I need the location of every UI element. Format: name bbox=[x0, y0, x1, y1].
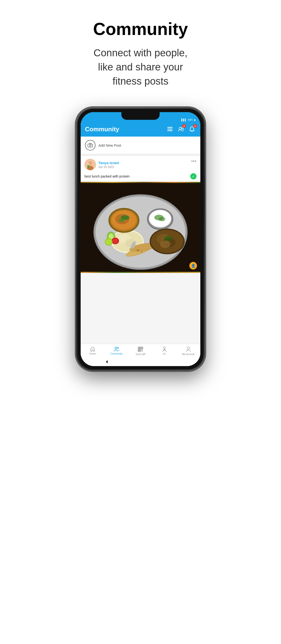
post-user-meta: Tanya Israni Apr 20 2022 bbox=[98, 161, 119, 169]
nav-label-home: Home bbox=[89, 352, 96, 355]
svg-point-70 bbox=[187, 347, 190, 349]
svg-rect-2 bbox=[167, 130, 173, 131]
account-icon bbox=[186, 346, 191, 352]
svg-point-30 bbox=[159, 217, 165, 222]
nav-label-community: Community bbox=[111, 352, 123, 355]
sys-recent-button[interactable] bbox=[171, 359, 177, 364]
svg-marker-71 bbox=[106, 360, 108, 364]
verified-badge: ✓ bbox=[190, 173, 197, 180]
app-content: Community bbox=[81, 123, 200, 366]
friends-badge: 4 bbox=[182, 124, 186, 128]
svg-point-55 bbox=[115, 347, 117, 349]
signal-icon: ▌▌▌ bbox=[181, 118, 186, 121]
bottom-nav: Home Community bbox=[81, 344, 200, 358]
svg-rect-66 bbox=[142, 351, 143, 352]
svg-rect-5 bbox=[88, 144, 93, 147]
sys-back-button[interactable] bbox=[104, 359, 110, 364]
post-caption: best lunch packed with protein bbox=[84, 174, 129, 178]
svg-rect-63 bbox=[141, 350, 141, 350]
nav-item-community[interactable]: Community bbox=[105, 346, 129, 356]
svg-rect-60 bbox=[141, 348, 142, 348]
friends-icon-button[interactable]: 4 bbox=[177, 125, 185, 133]
post-username: Tanya Israni bbox=[98, 161, 119, 165]
post-date: Apr 20 2022 bbox=[98, 165, 119, 169]
app-header: Community bbox=[81, 123, 200, 136]
svg-point-3 bbox=[179, 127, 181, 130]
nav-label-pt: PT bbox=[163, 353, 166, 356]
nav-item-my-account[interactable]: My Account bbox=[176, 346, 200, 356]
battery-icon: ▮ bbox=[194, 118, 196, 121]
nav-item-pt[interactable]: PT bbox=[152, 346, 176, 356]
feed-area[interactable]: Add New Post bbox=[81, 136, 200, 344]
svg-rect-62 bbox=[139, 350, 140, 351]
svg-rect-65 bbox=[141, 351, 141, 352]
svg-point-42 bbox=[165, 236, 172, 241]
phone-shell: ▌▌▌ WiFi ▮ Community bbox=[76, 107, 205, 371]
svg-rect-12 bbox=[87, 165, 89, 168]
svg-point-56 bbox=[117, 347, 119, 348]
svg-rect-58 bbox=[139, 348, 140, 348]
post-card: Tanya Israni Apr 20 2022 ••• best lunch … bbox=[81, 156, 200, 273]
svg-rect-0 bbox=[167, 127, 173, 128]
svg-point-6 bbox=[89, 145, 91, 146]
app-header-title: Community bbox=[85, 126, 119, 133]
post-header: Tanya Israni Apr 20 2022 ••• bbox=[81, 156, 200, 172]
svg-point-7 bbox=[91, 144, 92, 145]
wifi-icon: WiFi bbox=[188, 118, 193, 121]
svg-point-67 bbox=[163, 347, 165, 348]
sys-home-button[interactable] bbox=[138, 359, 143, 364]
qr-icon bbox=[138, 346, 143, 352]
feed-divider bbox=[81, 154, 200, 156]
page-header: Community Connect with people,like and s… bbox=[0, 0, 281, 98]
phone-notch bbox=[121, 112, 160, 120]
phone-mockup: ▌▌▌ WiFi ▮ Community bbox=[76, 107, 205, 371]
post-user-info: Tanya Israni Apr 20 2022 bbox=[84, 159, 119, 170]
pt-icon bbox=[162, 346, 167, 352]
system-bar bbox=[81, 358, 200, 366]
feed-icon-button[interactable] bbox=[166, 125, 174, 133]
nav-label-my-account: My Account bbox=[182, 353, 195, 356]
home-icon bbox=[90, 346, 95, 352]
bell-badge: 5 bbox=[193, 124, 197, 128]
svg-rect-1 bbox=[167, 129, 173, 130]
post-caption-row: best lunch packed with protein ✓ bbox=[81, 172, 200, 182]
community-icon bbox=[114, 346, 119, 352]
nav-label-scan-qr: Scan QR bbox=[136, 353, 146, 356]
status-icons-right: ▌▌▌ WiFi ▮ bbox=[181, 118, 196, 121]
svg-point-11 bbox=[87, 163, 89, 165]
page-subtitle: Connect with people,like and share yourf… bbox=[19, 46, 262, 88]
camera-icon bbox=[85, 140, 95, 150]
avatar bbox=[84, 159, 96, 170]
svg-point-47 bbox=[112, 238, 118, 244]
post-image: 👤 bbox=[81, 182, 200, 273]
nav-item-scan-qr[interactable]: Scan QR bbox=[129, 346, 152, 356]
bell-icon-button[interactable]: 5 bbox=[188, 125, 196, 133]
nav-item-home[interactable]: Home bbox=[81, 346, 105, 356]
phone-inner: ▌▌▌ WiFi ▮ Community bbox=[77, 109, 204, 370]
svg-rect-64 bbox=[142, 350, 143, 350]
header-icons: 4 5 bbox=[166, 125, 196, 133]
svg-point-25 bbox=[119, 218, 124, 222]
add-post-label: Add New Post bbox=[98, 143, 121, 147]
add-post-bar[interactable]: Add New Post bbox=[81, 136, 200, 154]
post-more-button[interactable]: ••• bbox=[191, 159, 197, 164]
phone-screen: ▌▌▌ WiFi ▮ Community bbox=[81, 112, 200, 366]
svg-point-41 bbox=[160, 240, 170, 248]
page-title: Community bbox=[19, 19, 262, 39]
